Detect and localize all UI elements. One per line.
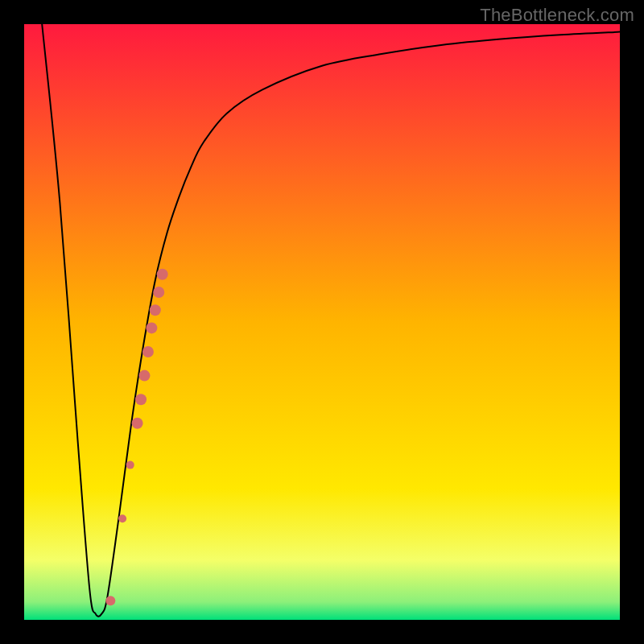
plot-area: [24, 24, 620, 620]
marker-point: [126, 461, 134, 469]
marker-point: [142, 346, 154, 357]
watermark-text: TheBottleneck.com: [480, 5, 634, 26]
marker-point: [135, 394, 147, 405]
bottleneck-chart: [24, 24, 620, 620]
marker-point: [138, 370, 150, 382]
marker-point: [118, 514, 126, 522]
marker-point: [105, 596, 115, 605]
marker-point: [157, 269, 168, 280]
gradient-background: [24, 24, 620, 620]
marker-point: [153, 287, 164, 298]
marker-point: [146, 322, 157, 333]
chart-frame: TheBottleneck.com: [0, 0, 644, 644]
marker-point: [150, 304, 161, 316]
marker-point: [132, 418, 143, 429]
